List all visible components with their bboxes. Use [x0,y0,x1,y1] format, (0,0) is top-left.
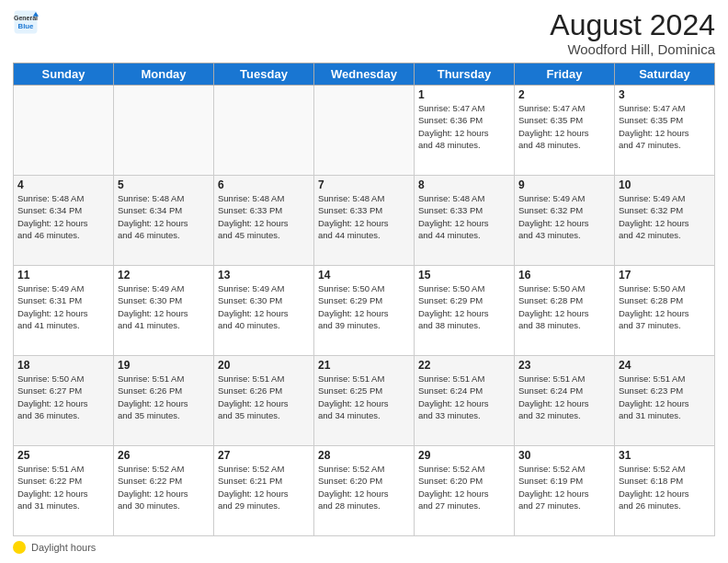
day-number: 27 [218,449,310,462]
day-number: 7 [318,178,410,191]
calendar-cell: 26Sunrise: 5:52 AM Sunset: 6:22 PM Dayli… [114,446,214,536]
day-number: 20 [218,359,310,372]
day-number: 14 [318,269,410,282]
calendar-cell: 25Sunrise: 5:51 AM Sunset: 6:22 PM Dayli… [14,446,114,536]
day-info: Sunrise: 5:51 AM Sunset: 6:23 PM Dayligh… [619,373,711,421]
day-number: 8 [418,178,510,191]
logo-icon: General Blue [13,9,39,35]
calendar-cell: 5Sunrise: 5:48 AM Sunset: 6:34 PM Daylig… [114,176,214,266]
calendar-cell: 7Sunrise: 5:48 AM Sunset: 6:33 PM Daylig… [314,176,415,266]
day-number: 31 [619,449,711,462]
calendar-cell: 18Sunrise: 5:50 AM Sunset: 6:27 PM Dayli… [14,356,114,446]
calendar-week-0: 1Sunrise: 5:47 AM Sunset: 6:36 PM Daylig… [14,86,715,176]
day-info: Sunrise: 5:52 AM Sunset: 6:19 PM Dayligh… [518,463,610,511]
calendar-cell: 19Sunrise: 5:51 AM Sunset: 6:26 PM Dayli… [114,356,214,446]
svg-text:Blue: Blue [18,22,35,30]
day-info: Sunrise: 5:52 AM Sunset: 6:22 PM Dayligh… [118,463,210,511]
day-number: 29 [418,449,510,462]
day-number: 15 [418,269,510,282]
calendar-cell [214,86,314,176]
footer: Daylight hours [13,541,715,554]
calendar-cell: 11Sunrise: 5:49 AM Sunset: 6:31 PM Dayli… [14,266,114,356]
calendar-header-sunday: Sunday [14,63,114,86]
calendar-cell [114,86,214,176]
day-info: Sunrise: 5:49 AM Sunset: 6:30 PM Dayligh… [118,282,210,331]
day-info: Sunrise: 5:48 AM Sunset: 6:33 PM Dayligh… [318,192,410,241]
day-info: Sunrise: 5:52 AM Sunset: 6:20 PM Dayligh… [418,463,510,511]
day-number: 21 [318,359,410,372]
day-info: Sunrise: 5:48 AM Sunset: 6:33 PM Dayligh… [418,192,510,241]
calendar-cell: 30Sunrise: 5:52 AM Sunset: 6:19 PM Dayli… [515,446,615,536]
calendar-cell [314,86,415,176]
calendar-cell: 15Sunrise: 5:50 AM Sunset: 6:29 PM Dayli… [415,266,515,356]
sun-icon [13,541,26,554]
calendar-week-3: 18Sunrise: 5:50 AM Sunset: 6:27 PM Dayli… [14,356,715,446]
location: Woodford Hill, Dominica [550,41,715,57]
day-number: 4 [17,178,109,191]
calendar-cell: 28Sunrise: 5:52 AM Sunset: 6:20 PM Dayli… [314,446,415,536]
day-number: 18 [17,359,109,372]
month-year: August 2024 [550,9,715,41]
calendar-cell: 20Sunrise: 5:51 AM Sunset: 6:26 PM Dayli… [214,356,314,446]
day-info: Sunrise: 5:49 AM Sunset: 6:32 PM Dayligh… [619,192,711,241]
day-number: 30 [518,449,610,462]
day-number: 1 [418,88,510,101]
day-info: Sunrise: 5:47 AM Sunset: 6:36 PM Dayligh… [418,102,510,151]
calendar-week-4: 25Sunrise: 5:51 AM Sunset: 6:22 PM Dayli… [14,446,715,536]
calendar-cell: 16Sunrise: 5:50 AM Sunset: 6:28 PM Dayli… [515,266,615,356]
header: General Blue August 2024 Woodford Hill, … [13,9,715,57]
day-info: Sunrise: 5:51 AM Sunset: 6:26 PM Dayligh… [218,373,310,421]
calendar-cell: 23Sunrise: 5:51 AM Sunset: 6:24 PM Dayli… [515,356,615,446]
calendar-table: SundayMondayTuesdayWednesdayThursdayFrid… [13,63,715,536]
day-info: Sunrise: 5:47 AM Sunset: 6:35 PM Dayligh… [619,102,711,151]
calendar-cell: 22Sunrise: 5:51 AM Sunset: 6:24 PM Dayli… [415,356,515,446]
calendar-cell: 31Sunrise: 5:52 AM Sunset: 6:18 PM Dayli… [615,446,715,536]
calendar-cell: 12Sunrise: 5:49 AM Sunset: 6:30 PM Dayli… [114,266,214,356]
calendar-cell: 6Sunrise: 5:48 AM Sunset: 6:33 PM Daylig… [214,176,314,266]
day-number: 6 [218,178,310,191]
day-info: Sunrise: 5:50 AM Sunset: 6:29 PM Dayligh… [418,282,510,331]
day-info: Sunrise: 5:52 AM Sunset: 6:20 PM Dayligh… [318,463,410,511]
day-number: 28 [318,449,410,462]
day-info: Sunrise: 5:50 AM Sunset: 6:27 PM Dayligh… [17,373,109,421]
calendar-cell: 9Sunrise: 5:49 AM Sunset: 6:32 PM Daylig… [515,176,615,266]
logo: General Blue [13,9,39,35]
day-number: 19 [118,359,210,372]
day-info: Sunrise: 5:47 AM Sunset: 6:35 PM Dayligh… [518,102,610,151]
day-info: Sunrise: 5:49 AM Sunset: 6:31 PM Dayligh… [17,282,109,331]
calendar-cell: 21Sunrise: 5:51 AM Sunset: 6:25 PM Dayli… [314,356,415,446]
calendar-cell: 14Sunrise: 5:50 AM Sunset: 6:29 PM Dayli… [314,266,415,356]
day-number: 11 [17,269,109,282]
day-info: Sunrise: 5:50 AM Sunset: 6:28 PM Dayligh… [518,282,610,331]
calendar-cell: 8Sunrise: 5:48 AM Sunset: 6:33 PM Daylig… [415,176,515,266]
calendar-header-friday: Friday [515,63,615,86]
calendar-week-2: 11Sunrise: 5:49 AM Sunset: 6:31 PM Dayli… [14,266,715,356]
day-number: 12 [118,269,210,282]
day-info: Sunrise: 5:52 AM Sunset: 6:18 PM Dayligh… [619,463,711,511]
calendar-cell [14,86,114,176]
daylight-label: Daylight hours [31,542,96,553]
calendar-cell: 4Sunrise: 5:48 AM Sunset: 6:34 PM Daylig… [14,176,114,266]
day-info: Sunrise: 5:50 AM Sunset: 6:29 PM Dayligh… [318,282,410,331]
day-info: Sunrise: 5:48 AM Sunset: 6:34 PM Dayligh… [118,192,210,241]
day-info: Sunrise: 5:49 AM Sunset: 6:30 PM Dayligh… [218,282,310,331]
day-number: 13 [218,269,310,282]
calendar-cell: 1Sunrise: 5:47 AM Sunset: 6:36 PM Daylig… [415,86,515,176]
calendar-cell: 3Sunrise: 5:47 AM Sunset: 6:35 PM Daylig… [615,86,715,176]
day-info: Sunrise: 5:51 AM Sunset: 6:26 PM Dayligh… [118,373,210,421]
calendar-cell: 24Sunrise: 5:51 AM Sunset: 6:23 PM Dayli… [615,356,715,446]
calendar-cell: 17Sunrise: 5:50 AM Sunset: 6:28 PM Dayli… [615,266,715,356]
title-block: August 2024 Woodford Hill, Dominica [550,9,715,57]
day-info: Sunrise: 5:50 AM Sunset: 6:28 PM Dayligh… [619,282,711,331]
day-number: 17 [619,269,711,282]
day-info: Sunrise: 5:48 AM Sunset: 6:34 PM Dayligh… [17,192,109,241]
calendar-header-monday: Monday [114,63,214,86]
day-number: 9 [518,178,610,191]
calendar-header-saturday: Saturday [615,63,715,86]
day-info: Sunrise: 5:51 AM Sunset: 6:22 PM Dayligh… [17,463,109,511]
day-info: Sunrise: 5:51 AM Sunset: 6:25 PM Dayligh… [318,373,410,421]
calendar-cell: 27Sunrise: 5:52 AM Sunset: 6:21 PM Dayli… [214,446,314,536]
day-number: 25 [17,449,109,462]
day-number: 23 [518,359,610,372]
calendar-header-row: SundayMondayTuesdayWednesdayThursdayFrid… [14,63,715,86]
